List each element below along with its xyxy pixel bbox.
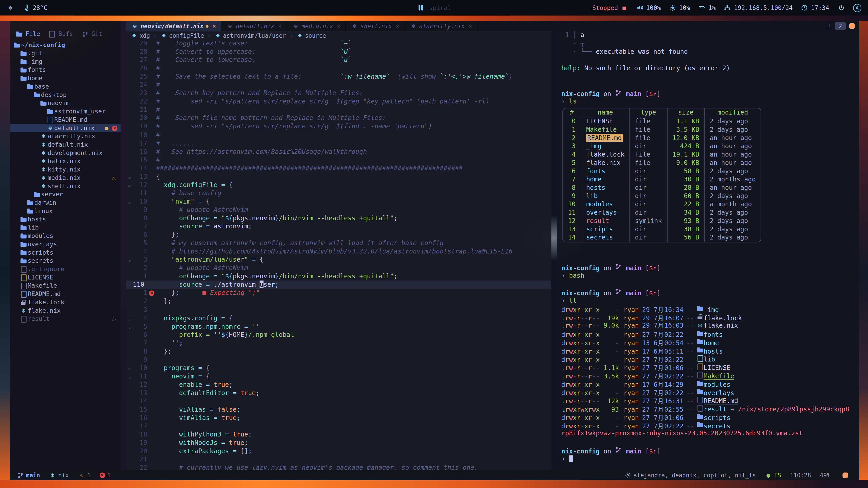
tree-item[interactable]: base	[10, 83, 121, 91]
power-button[interactable]	[837, 4, 845, 11]
code-line[interactable]: ⌄10 "nvim" = {	[126, 197, 551, 206]
code-line[interactable]: 6 prefix = ''${HOME}/.npm-global	[126, 331, 551, 339]
tree-item[interactable]: astronvim_user	[10, 107, 121, 116]
tree-item[interactable]: darwin	[10, 199, 121, 207]
code-line[interactable]: 21#	[126, 106, 551, 114]
code-line[interactable]: ⌄12 xdg.configFile = {	[126, 181, 551, 189]
tree-item[interactable]: ❄development.nix	[10, 149, 121, 157]
code-line[interactable]: 26#	[126, 64, 551, 72]
volume-widget[interactable]: 100%	[636, 4, 661, 11]
close-buffer-icon[interactable]: ×	[278, 23, 282, 29]
tab-number[interactable]: 2	[835, 22, 846, 30]
tree-item[interactable]: README.md	[10, 116, 121, 124]
code-line[interactable]: ⌄4 nixpkgs.config = {	[126, 314, 551, 322]
breadcrumb-item[interactable]: ◆xdg	[131, 32, 150, 39]
code-line[interactable]: 7 '';	[126, 339, 551, 347]
code-line[interactable]: 12 enable = true;	[126, 381, 551, 389]
code-line[interactable]: ⌄11 neovim = {	[126, 372, 551, 381]
sidebar-tab-git[interactable]: Git	[81, 31, 102, 38]
sidebar-tab-file[interactable]: File	[16, 31, 40, 38]
tree-item[interactable]: ~/nix-config	[10, 41, 121, 49]
terminal-pane[interactable]: 1 │ a · ┬ · ╰── executable was not found…	[557, 31, 859, 470]
breadcrumb-item[interactable]: ◆configFile	[160, 32, 204, 39]
code-line[interactable]: 18#	[126, 131, 551, 139]
code-line[interactable]: 2 # update AstroNvim	[126, 264, 551, 272]
code-line[interactable]: 5 # my cusotom astronvim config, astronv…	[126, 239, 551, 248]
tree-item[interactable]: desktop	[10, 91, 121, 99]
tree-item[interactable]: lib	[10, 223, 121, 232]
buffer-tab[interactable]: ❄media.nix×	[287, 21, 346, 31]
code-line[interactable]: 16 vimAlias = true;	[126, 414, 551, 422]
code-line[interactable]: 13 defaultEditor = true;	[126, 389, 551, 397]
code-line[interactable]: 9	[126, 356, 551, 364]
tab-number[interactable]: 1	[823, 22, 835, 30]
tree-item[interactable]: overlays	[10, 240, 121, 249]
tree-item[interactable]: ❄default.nix●×	[10, 124, 121, 132]
os-logo[interactable]: ❄	[6, 4, 14, 11]
timer-widget[interactable]: Stopped ■	[592, 4, 628, 11]
code-line[interactable]: ⌄13{	[126, 172, 551, 181]
sidebar-tab-bufs[interactable]: Bufs	[49, 31, 73, 38]
code-line[interactable]: 1 onChange = "${pkgs.neovim}/bin/nvim --…	[126, 272, 551, 281]
tab-indicator-icon[interactable]	[849, 23, 855, 29]
tree-item[interactable]: scripts	[10, 249, 121, 257]
code-line[interactable]: 22 # currently we use lazy.nvim as neovi…	[126, 464, 551, 470]
code-line[interactable]: 24#	[126, 81, 551, 89]
buffer-tab[interactable]: ❄shell.nix×	[346, 21, 405, 31]
breadcrumb-item[interactable]: ◆source	[296, 32, 326, 39]
code-line[interactable]: 21	[126, 455, 551, 464]
tree-item[interactable]: linux	[10, 207, 121, 215]
code-line[interactable]: 19 withNodeJs = true;	[126, 439, 551, 447]
tree-item[interactable]: ❄alacritty.nix	[10, 132, 121, 140]
tree-item[interactable]: _img	[10, 58, 121, 66]
tree-item[interactable]: Makefile	[10, 282, 121, 290]
tree-item[interactable]: result◌	[10, 315, 121, 323]
code-line[interactable]: 9 # update AstroNvim	[126, 206, 551, 214]
tree-item[interactable]: .git	[10, 49, 121, 58]
tree-item[interactable]: ❄helix.nix	[10, 157, 121, 166]
code-line[interactable]: ⌄10 programs = {	[126, 364, 551, 372]
clock-widget[interactable]: 17:34	[801, 4, 829, 11]
close-buffer-icon[interactable]: ×	[212, 23, 216, 29]
code-line[interactable]: 25# Save the selected text to a file: `:…	[126, 72, 551, 81]
buffer-tab[interactable]: ❄alacritty.nix×	[405, 21, 477, 31]
tree-item[interactable]: .gitignore	[10, 265, 121, 273]
code-line[interactable]: 1× };■ Expecting ";"	[126, 289, 551, 297]
tree-item[interactable]: server	[10, 190, 121, 199]
code-line[interactable]: 110 source = ./astronvim_user;	[126, 281, 551, 289]
tree-item[interactable]: ❄flake.nix	[10, 306, 121, 315]
editor-pane[interactable]: ◆xdg›◆configFile›◆astronvim/lua/user›◆so…	[126, 31, 551, 470]
tree-item[interactable]: flake.lock	[10, 298, 121, 306]
buffer-tab[interactable]: ❄default.nix×	[221, 21, 287, 31]
code-line[interactable]: 8 onChange = "${pkgs.neovim}/bin/nvim --…	[126, 214, 551, 223]
battery-widget[interactable]: 1%	[699, 4, 716, 11]
code-line[interactable]: 17	[126, 422, 551, 431]
close-buffer-icon[interactable]: ×	[337, 23, 340, 29]
code-line[interactable]: 14######################################…	[126, 164, 551, 173]
keyboard-layout-widget[interactable]: A	[853, 4, 862, 12]
code-line[interactable]: 20 extraPackages = [];	[126, 447, 551, 456]
tree-item[interactable]: neovim	[10, 99, 121, 107]
tree-item[interactable]: secrets	[10, 257, 121, 265]
tree-item[interactable]: ❄kitty.nix	[10, 165, 121, 174]
code-line[interactable]: 29# Toggle text's case: `~`	[126, 39, 551, 48]
code-line[interactable]: 11 # base config	[126, 189, 551, 197]
code-line[interactable]: ⌄5 programs.npm.npmrc = ''	[126, 322, 551, 331]
tree-item[interactable]: home	[10, 74, 121, 83]
code-buffer[interactable]: 29# Toggle text's case: `~`28# Convert t…	[126, 39, 551, 470]
network-widget[interactable]: 192.168.5.100/24	[724, 4, 793, 11]
code-line[interactable]: 18 withPython3 = true;	[126, 431, 551, 439]
code-line[interactable]: 2 };	[126, 297, 551, 306]
code-line[interactable]: 23# Search key pattern and Replace in Mu…	[126, 89, 551, 98]
tree-item[interactable]: fonts	[10, 66, 121, 74]
code-line[interactable]: 4 # https://github.com/AstroNvim/AstroNv…	[126, 248, 551, 256]
code-line[interactable]: 16# See https://astronvim.com/Basic%20Us…	[126, 148, 551, 156]
code-line[interactable]: 15#	[126, 156, 551, 164]
code-line[interactable]: ⌄3 "astronvim/lua/user" = {	[126, 256, 551, 264]
code-line[interactable]: 17# ......	[126, 139, 551, 148]
code-line[interactable]: 15 viAlias = false;	[126, 405, 551, 414]
media-widget[interactable]: spiral	[417, 4, 451, 11]
code-line[interactable]: 19# sed -ri "s/pattern_str/replace_str/g…	[126, 123, 551, 131]
tree-item[interactable]: ❄media.nix⚠	[10, 174, 121, 182]
tree-item[interactable]: ❄shell.nix	[10, 182, 121, 191]
